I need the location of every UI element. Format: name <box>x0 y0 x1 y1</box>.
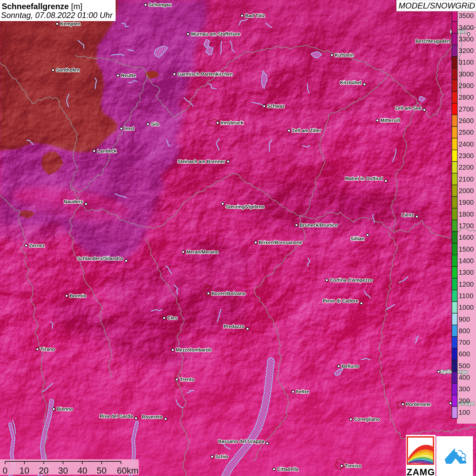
svg-text:Zell am Ziller: Zell am Ziller <box>292 128 321 133</box>
svg-text:Garmisch-Partenkirchen: Garmisch-Partenkirchen <box>177 71 233 77</box>
svg-text:1400: 1400 <box>459 257 474 265</box>
svg-text:Cles: Cles <box>167 315 177 321</box>
svg-text:Kempten: Kempten <box>60 21 81 27</box>
svg-text:Innsbruck: Innsbruck <box>221 120 243 125</box>
svg-text:Berchtesgaden: Berchtesgaden <box>415 38 450 44</box>
svg-text:1800: 1800 <box>459 210 474 218</box>
svg-text:Belluno: Belluno <box>342 363 359 369</box>
svg-text:1100: 1100 <box>459 292 473 300</box>
svg-text:1000: 1000 <box>459 304 474 311</box>
svg-text:Murnau am Staffelsee: Murnau am Staffelsee <box>191 31 240 37</box>
svg-text:Steinach am Brenner: Steinach am Brenner <box>177 159 225 164</box>
svg-text:30: 30 <box>58 465 68 476</box>
svg-text:Sillian: Sillian <box>351 236 364 241</box>
svg-text:40: 40 <box>78 465 87 476</box>
svg-text:Bruneck/Brunico: Bruneck/Brunico <box>300 222 338 228</box>
svg-text:3200: 3200 <box>459 47 474 54</box>
svg-text:Reutte: Reutte <box>121 73 136 78</box>
svg-text:Kitzbühel: Kitzbühel <box>340 80 361 85</box>
svg-text:3500: 3500 <box>459 12 474 19</box>
svg-text:Schlanders/Silandro: Schlanders/Silandro <box>77 256 123 261</box>
svg-text:2500: 2500 <box>459 129 474 136</box>
svg-text:2000: 2000 <box>459 187 474 194</box>
svg-text:Imst: Imst <box>124 126 134 131</box>
svg-text:Zell am See: Zell am See <box>395 105 421 111</box>
svg-text:20: 20 <box>39 465 49 476</box>
svg-text:MODEL/SNOWGRiD: MODEL/SNOWGRiD <box>398 1 475 10</box>
svg-text:Sonthofen: Sonthofen <box>56 67 80 73</box>
svg-text:Riva del Garda: Riva del Garda <box>100 413 133 419</box>
svg-text:3000: 3000 <box>459 70 474 78</box>
svg-text:400: 400 <box>459 374 470 381</box>
svg-text:Sonntag, 07.08.2022 01:00 Uhr: Sonntag, 07.08.2022 01:00 Uhr <box>1 11 113 20</box>
svg-text:Kufstein: Kufstein <box>335 52 354 58</box>
svg-text:1600: 1600 <box>459 234 474 241</box>
svg-text:3300: 3300 <box>459 35 474 43</box>
svg-text:0: 0 <box>3 465 7 476</box>
svg-text:Bassano del Grappa: Bassano del Grappa <box>218 439 265 444</box>
svg-text:Tirano: Tirano <box>40 346 55 352</box>
svg-text:200: 200 <box>459 397 470 405</box>
svg-text:2100: 2100 <box>459 175 474 183</box>
svg-text:300: 300 <box>459 385 470 393</box>
svg-text:2400: 2400 <box>459 140 474 148</box>
svg-text:2200: 2200 <box>459 164 474 171</box>
svg-text:600: 600 <box>459 350 470 358</box>
svg-text:1300: 1300 <box>459 269 474 276</box>
svg-text:ZAMG: ZAMG <box>407 467 435 476</box>
svg-text:Landeck: Landeck <box>97 148 117 154</box>
svg-text:Pordenone: Pordenone <box>406 402 431 407</box>
svg-text:10: 10 <box>19 465 29 476</box>
svg-text:Nauders: Nauders <box>64 199 83 204</box>
svg-text:Matrei in Osttirol: Matrei in Osttirol <box>345 176 383 181</box>
svg-text:Trento: Trento <box>180 377 194 382</box>
svg-text:Predazzo: Predazzo <box>224 324 244 329</box>
svg-text:Bad Tölz: Bad Tölz <box>245 13 265 18</box>
svg-text:Meran/Merano: Meran/Merano <box>186 249 219 255</box>
svg-text:Bormio: Bormio <box>70 293 86 299</box>
svg-text:2700: 2700 <box>459 105 474 113</box>
svg-text:3100: 3100 <box>459 58 474 66</box>
svg-text:Zernez: Zernez <box>29 243 45 248</box>
svg-text:Mezzolombardo: Mezzolombardo <box>176 347 212 353</box>
svg-text:60km: 60km <box>117 465 139 476</box>
svg-text:2300: 2300 <box>459 152 474 159</box>
svg-text:700: 700 <box>459 339 470 346</box>
svg-text:Cittadella: Cittadella <box>277 466 299 472</box>
svg-text:500: 500 <box>459 362 470 370</box>
svg-text:Cortina d'Ampezzo: Cortina d'Ampezzo <box>330 277 373 283</box>
svg-text:Conegliano: Conegliano <box>354 417 380 422</box>
svg-text:Schwaz: Schwaz <box>267 103 285 109</box>
svg-text:Sterzing/Vipiteno: Sterzing/Vipiteno <box>226 204 265 209</box>
svg-text:1900: 1900 <box>459 199 474 206</box>
svg-text:Bozen/Bolzano: Bozen/Bolzano <box>211 291 245 296</box>
svg-text:900: 900 <box>459 316 470 323</box>
svg-text:Bienno: Bienno <box>57 406 73 412</box>
svg-text:Schneefallgrenze [m]: Schneefallgrenze [m] <box>2 2 82 11</box>
svg-text:Treviso: Treviso <box>345 463 361 469</box>
svg-text:Pieve di Cadore: Pieve di Cadore <box>323 298 358 304</box>
svg-text:Rovereto: Rovereto <box>142 414 163 420</box>
svg-text:Brixen/Bressanone: Brixen/Bressanone <box>259 240 302 245</box>
svg-text:Schongau: Schongau <box>149 2 172 7</box>
svg-text:Feltre: Feltre <box>296 389 309 394</box>
svg-text:1500: 1500 <box>459 245 474 253</box>
svg-text:1200: 1200 <box>459 280 474 288</box>
svg-text:Schio: Schio <box>215 454 228 459</box>
svg-text:2900: 2900 <box>459 82 474 89</box>
svg-text:50: 50 <box>97 465 107 476</box>
svg-text:Silz: Silz <box>151 121 159 127</box>
svg-text:Lienz: Lienz <box>402 212 414 218</box>
svg-text:100: 100 <box>459 409 470 416</box>
svg-text:2600: 2600 <box>459 117 474 124</box>
svg-text:3400: 3400 <box>459 24 474 31</box>
svg-text:1700: 1700 <box>459 222 474 230</box>
svg-text:2800: 2800 <box>459 94 474 101</box>
svg-text:Mittersill: Mittersill <box>380 118 400 123</box>
svg-text:800: 800 <box>459 327 470 335</box>
